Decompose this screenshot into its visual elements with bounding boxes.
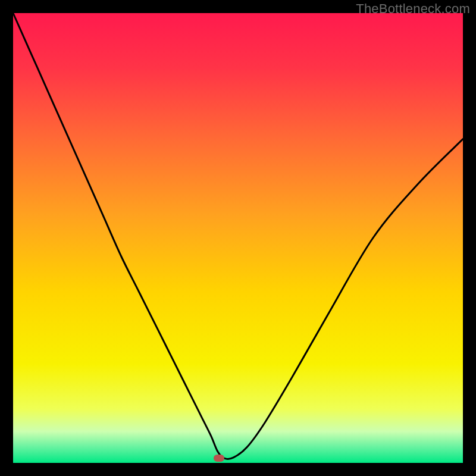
bottleneck-curve: [13, 13, 463, 463]
optimal-marker: [214, 455, 224, 462]
chart-frame: TheBottleneck.com: [0, 0, 476, 476]
plot-area: [13, 13, 463, 463]
watermark-text: TheBottleneck.com: [356, 1, 470, 17]
